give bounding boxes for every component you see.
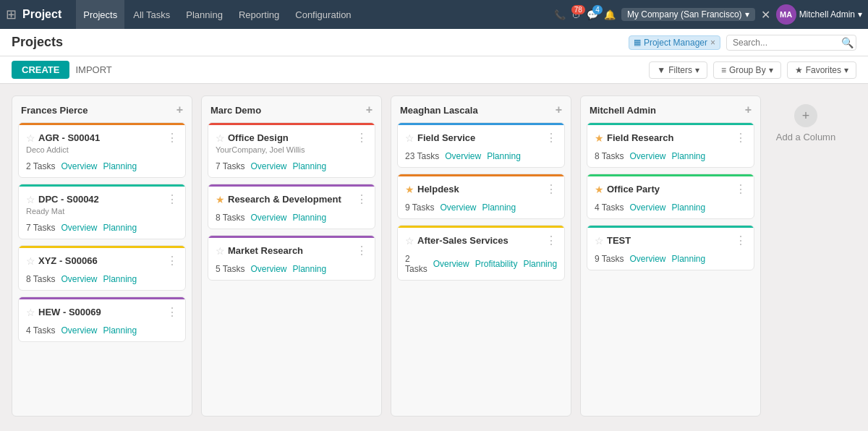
card-card-dpc[interactable]: ☆ DPC - S00042 ⋮ Ready Mat7 TasksOvervie… — [18, 184, 186, 239]
timer-icon[interactable]: ⏱78 — [571, 9, 581, 20]
card-star[interactable]: ☆ — [26, 132, 35, 144]
nav-link-planning[interactable]: Planning — [179, 0, 230, 29]
favorites-button[interactable]: ★ Favorites ▾ — [787, 61, 856, 79]
card-link-planning[interactable]: Planning — [103, 161, 137, 171]
update-icon[interactable]: 🔔 — [604, 9, 616, 20]
card-star[interactable]: ☆ — [405, 235, 414, 247]
card-link-planning[interactable]: Planning — [103, 325, 137, 336]
nav-link-all-tasks[interactable]: All Tasks — [126, 0, 177, 29]
column-add-btn[interactable]: + — [745, 103, 752, 116]
card-more-btn[interactable]: ⋮ — [166, 307, 178, 318]
nav-links: ProjectsAll TasksPlanningReportingConfig… — [76, 0, 551, 29]
card-star[interactable]: ☆ — [26, 194, 35, 205]
card-link-overview[interactable]: Overview — [61, 161, 97, 171]
card-card-rd[interactable]: ★ Research & Development ⋮ 8 TasksOvervi… — [208, 184, 375, 229]
nav-link-configuration[interactable]: Configuration — [288, 0, 358, 29]
card-link-overview[interactable]: Overview — [445, 151, 481, 161]
card-link-planning[interactable]: Planning — [292, 264, 326, 274]
card-more-btn[interactable]: ⋮ — [166, 255, 178, 267]
card-link-planning[interactable]: Planning — [671, 254, 705, 264]
card-card-field-service[interactable]: ☆ Field Service ⋮ 23 TasksOverviewPlanni… — [397, 122, 565, 168]
card-link-overview[interactable]: Overview — [440, 202, 476, 213]
create-button[interactable]: CREATE — [12, 61, 69, 79]
card-more-btn[interactable]: ⋮ — [166, 132, 178, 144]
card-card-agr[interactable]: ☆ AGR - S00041 ⋮ Deco Addict2 TasksOverv… — [18, 122, 186, 178]
card-star[interactable]: ★ — [595, 184, 604, 195]
close-icon[interactable]: ✕ — [761, 8, 770, 22]
card-card-office-party[interactable]: ★ Office Party ⋮ 4 TasksOverviewPlanning — [587, 174, 754, 219]
card-star[interactable]: ★ — [405, 184, 414, 195]
card-more-btn[interactable]: ⋮ — [356, 245, 367, 257]
card-card-after-sales[interactable]: ☆ After-Sales Services ⋮ 2 TasksOverview… — [397, 225, 565, 281]
card-link-planning[interactable]: Planning — [292, 213, 326, 223]
card-card-office-design[interactable]: ☆ Office Design ⋮ YourCompany, Joel Will… — [208, 122, 375, 178]
card-body: ★ Field Research ⋮ — [587, 125, 754, 148]
card-link-overview[interactable]: Overview — [61, 325, 97, 336]
card-link-planning[interactable]: Planning — [671, 151, 705, 161]
card-link-planning[interactable]: Planning — [292, 161, 326, 171]
search-icon[interactable]: 🔍 — [841, 37, 854, 48]
card-link-overview[interactable]: Overview — [433, 259, 469, 269]
card-more-btn[interactable]: ⋮ — [166, 194, 178, 205]
card-link-overview[interactable]: Overview — [250, 161, 286, 171]
card-star[interactable]: ☆ — [595, 235, 604, 247]
card-card-test[interactable]: ☆ TEST ⋮ 9 TasksOverviewPlanning — [587, 225, 754, 270]
card-star[interactable]: ★ — [595, 132, 604, 144]
column-add-btn[interactable]: + — [176, 103, 183, 116]
nav-link-reporting[interactable]: Reporting — [231, 0, 286, 29]
add-column-btn[interactable]: + Add a Column — [770, 95, 842, 417]
card-link-overview[interactable]: Overview — [61, 223, 97, 233]
search-input[interactable] — [726, 35, 856, 51]
card-title: Field Service — [417, 132, 542, 143]
card-more-btn[interactable]: ⋮ — [735, 184, 746, 195]
card-card-field-research[interactable]: ★ Field Research ⋮ 8 TasksOverviewPlanni… — [587, 122, 754, 168]
filters-button[interactable]: ▼ Filters ▾ — [649, 61, 707, 79]
grid-icon[interactable]: ⊞ — [6, 7, 17, 22]
card-link-profitability[interactable]: Profitability — [475, 259, 518, 269]
card-link-planning[interactable]: Planning — [487, 151, 521, 161]
card-more-btn[interactable]: ⋮ — [735, 235, 746, 247]
card-link-overview[interactable]: Overview — [629, 151, 665, 161]
card-star[interactable]: ☆ — [216, 245, 225, 257]
company-selector[interactable]: My Company (San Francisco) ▾ — [621, 8, 755, 21]
card-link-planning[interactable]: Planning — [482, 202, 516, 213]
user-menu[interactable]: MA Mitchell Admin ▾ — [776, 4, 862, 25]
card-star[interactable]: ☆ — [26, 307, 35, 318]
filter-remove-btn[interactable]: × — [710, 38, 715, 48]
card-link-planning[interactable]: Planning — [671, 202, 705, 213]
card-card-market[interactable]: ☆ Market Research ⋮ 5 TasksOverviewPlann… — [208, 235, 375, 281]
groupby-label: Group By — [729, 65, 766, 75]
card-star[interactable]: ★ — [216, 194, 225, 205]
card-card-helpdesk[interactable]: ★ Helpdesk ⋮ 9 TasksOverviewPlanning — [397, 174, 565, 219]
card-card-xyz[interactable]: ☆ XYZ - S00066 ⋮ 8 TasksOverviewPlanning — [18, 245, 186, 291]
card-footer: 9 TasksOverviewPlanning — [398, 200, 564, 218]
column-add-btn[interactable]: + — [556, 103, 562, 116]
card-star[interactable]: ☆ — [26, 255, 35, 267]
card-card-hew[interactable]: ☆ HEW - S00069 ⋮ 4 TasksOverviewPlanning — [18, 296, 186, 342]
card-link-planning[interactable]: Planning — [523, 259, 557, 269]
card-star[interactable]: ☆ — [216, 132, 225, 144]
nav-link-projects[interactable]: Projects — [76, 0, 124, 29]
column-col-marc: Marc Demo + ☆ Office Design ⋮ YourCompan… — [201, 95, 382, 417]
card-link-overview[interactable]: Overview — [61, 274, 97, 284]
card-more-btn[interactable]: ⋮ — [545, 184, 557, 195]
card-footer: 2 TasksOverviewPlanning — [19, 158, 185, 177]
import-button[interactable]: IMPORT — [75, 64, 111, 75]
card-more-btn[interactable]: ⋮ — [356, 132, 367, 144]
groupby-button[interactable]: ≡ Group By ▾ — [713, 61, 781, 79]
chat-icon[interactable]: 💬4 — [587, 9, 598, 20]
card-link-planning[interactable]: Planning — [103, 223, 137, 233]
column-add-btn[interactable]: + — [366, 103, 373, 116]
card-link-overview[interactable]: Overview — [629, 202, 665, 213]
phone-icon[interactable]: 📞 — [554, 9, 566, 20]
card-link-planning[interactable]: Planning — [103, 274, 137, 284]
card-star[interactable]: ☆ — [405, 132, 414, 144]
card-more-btn[interactable]: ⋮ — [545, 132, 557, 144]
filter-tag-project-manager: ▦ Project Manager × — [629, 35, 720, 50]
card-more-btn[interactable]: ⋮ — [545, 235, 557, 247]
card-link-overview[interactable]: Overview — [250, 264, 286, 274]
card-more-btn[interactable]: ⋮ — [735, 132, 746, 144]
card-link-overview[interactable]: Overview — [629, 254, 665, 264]
card-link-overview[interactable]: Overview — [250, 213, 286, 223]
card-more-btn[interactable]: ⋮ — [356, 194, 367, 205]
